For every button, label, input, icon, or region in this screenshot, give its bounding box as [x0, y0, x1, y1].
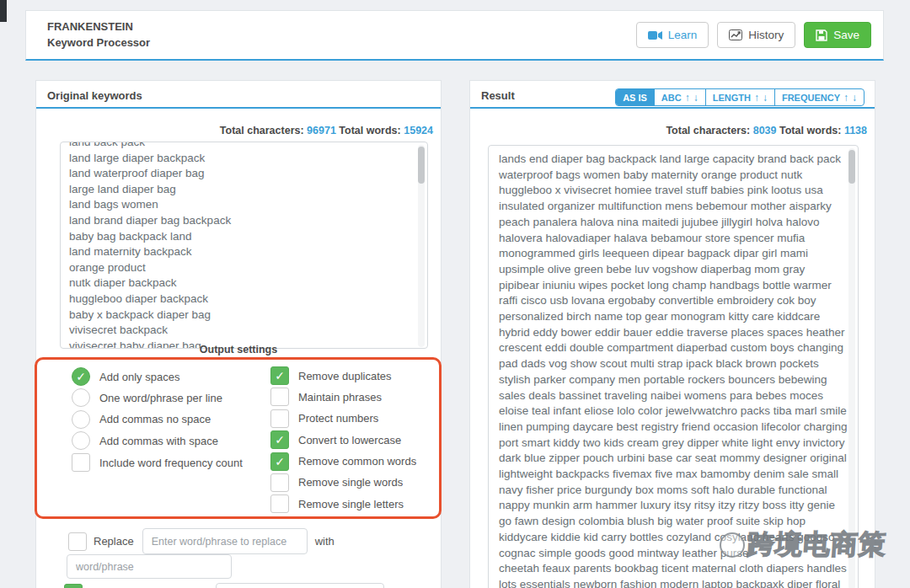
save-button[interactable]: Save: [804, 22, 871, 48]
option-row: ✓Remove common words: [270, 452, 416, 471]
sort-button-frequency[interactable]: FREQUENCY↑↓: [775, 89, 864, 105]
output-format-options: ✓Add only spacesOne word/phrase per line…: [72, 367, 243, 475]
option-row: One word/phrase per line: [72, 388, 243, 407]
app-title: FRANKENSTEIN: [47, 20, 133, 33]
result-line: cognac simple goods good mintway leather…: [499, 546, 836, 562]
sort-ascending-icon[interactable]: ↑: [754, 92, 759, 104]
checkbox-remove-single-words[interactable]: [270, 473, 289, 492]
sort-button-as-is[interactable]: AS IS: [616, 89, 655, 105]
result-textarea[interactable]: lands end diaper bag backpack land large…: [488, 145, 859, 588]
keyword-line: orange product: [69, 260, 407, 276]
option-row: Include word frequency count: [72, 453, 243, 472]
checkbox-protect-numbers[interactable]: [270, 409, 289, 428]
checkbox-maintain-phrases[interactable]: [270, 388, 289, 406]
option-row: Add commas no space: [72, 410, 243, 429]
option-label: Maintain phrases: [298, 391, 382, 404]
history-button[interactable]: History: [717, 22, 795, 48]
history-button-label: History: [748, 29, 784, 41]
keyword-line: nutk diaper backpack: [69, 275, 407, 291]
sort-descending-icon[interactable]: ↓: [852, 92, 857, 104]
result-line: personalized birch name top gear monogra…: [499, 309, 836, 325]
original-keywords-textarea[interactable]: land back packland large diaper backpack…: [60, 142, 428, 349]
panel-divider: [470, 107, 875, 109]
result-panel: Result AS ISABC↑↓LENGTH↑↓FREQUENCY↑↓ Tot…: [469, 80, 875, 588]
screen-corner-artifact: [0, 0, 7, 22]
option-row: Remove single words: [270, 473, 416, 492]
sort-button-abc[interactable]: ABC↑↓: [655, 89, 706, 105]
radio-add-commas-no-space[interactable]: [72, 410, 90, 429]
sort-ascending-icon[interactable]: ↑: [685, 92, 690, 104]
app-subtitle: Keyword Processor: [47, 36, 150, 49]
result-line: crescent eddi double compartment diaperb…: [499, 340, 836, 356]
keyword-line: land maternity backpack: [69, 244, 407, 260]
option-row: ✓Add only spaces: [72, 367, 243, 386]
output-filter-options: ✓Remove duplicatesMaintain phrasesProtec…: [270, 366, 416, 516]
learn-button[interactable]: Learn: [636, 22, 709, 48]
sort-button-label: FREQUENCY: [782, 93, 840, 103]
option-label: Convert to lowercase: [298, 434, 401, 446]
sort-button-length[interactable]: LENGTH↑↓: [706, 89, 775, 105]
keyword-line: huggleboo diaper backpack: [69, 291, 407, 307]
sort-ascending-icon[interactable]: ↑: [843, 92, 848, 104]
option-row: Maintain phrases: [270, 388, 416, 406]
result-line: dark blue zipper pouch urbini base car s…: [499, 451, 836, 467]
result-scrollbar-thumb[interactable]: [848, 150, 855, 184]
option-row: ✓Convert to lowercase: [270, 430, 416, 449]
replace-checkbox[interactable]: [68, 532, 87, 551]
option-label: One word/phrase per line: [99, 392, 222, 404]
option-label: Remove single letters: [298, 498, 404, 510]
result-line: kiddycare kiddie kid carry bottles cozyl…: [499, 530, 836, 546]
total-characters-label: Total characters:: [220, 125, 304, 136]
learn-button-label: Learn: [668, 29, 698, 41]
sort-descending-icon[interactable]: ↓: [693, 92, 699, 104]
result-line: nappy munkin arm hammer luxury itsy rits…: [499, 498, 836, 514]
result-line: insulated organizer multifunction mens b…: [499, 199, 836, 215]
panel-divider: [36, 107, 441, 109]
bottom-row-input[interactable]: [216, 583, 384, 588]
checkbox-convert-to-lowercase[interactable]: ✓: [270, 430, 289, 449]
radio-add-only-spaces[interactable]: ✓: [72, 367, 90, 386]
option-row: Protect numbers: [270, 409, 416, 428]
result-line: port smart kiddy two kids cream grey dip…: [499, 436, 836, 452]
result-line: lightweight backpacks fivemax five max b…: [499, 467, 836, 483]
replace-row: Replace with: [68, 528, 335, 554]
result-scrollbar[interactable]: [848, 148, 855, 588]
option-row: ✓Remove duplicates: [270, 366, 416, 385]
header-buttons: Learn History Save: [636, 22, 871, 48]
floppy-disk-icon: [816, 29, 827, 41]
checkbox-remove-duplicates[interactable]: ✓: [270, 366, 289, 385]
result-line: linen pumping daycare best registry frie…: [499, 420, 836, 436]
replace-with-input[interactable]: [67, 554, 232, 579]
keyword-line: land back pack: [69, 142, 407, 151]
total-characters-value: 8039: [753, 125, 777, 136]
radio-one-word-phrase-per-line[interactable]: [72, 388, 90, 407]
result-line: peach panalera halova nina maitedi jujub…: [499, 215, 836, 231]
option-label: Remove single words: [298, 476, 403, 489]
result-line: monogrammed girls leequeen dipear bagpac…: [499, 246, 836, 262]
sort-button-label: AS IS: [623, 93, 647, 103]
result-sort-buttons: AS ISABC↑↓LENGTH↑↓FREQUENCY↑↓: [615, 88, 864, 106]
keyword-line: land brand diaper bag backpack: [69, 213, 407, 229]
keywords-scrollbar-thumb[interactable]: [418, 147, 425, 184]
result-line: lots essentials newborn fashion modern l…: [499, 577, 836, 588]
keyword-line: land bags women: [69, 197, 407, 213]
checkbox-remove-common-words[interactable]: ✓: [270, 452, 289, 471]
total-words-value: 1138: [844, 125, 867, 136]
find-word-input[interactable]: [142, 528, 308, 554]
keyword-line: land large diaper backpack: [69, 151, 407, 167]
checkbox-include-word-frequency-count[interactable]: [72, 453, 90, 472]
keywords-scrollbar[interactable]: [418, 145, 425, 347]
result-line: huggleboo x vivisecret homiee travel stu…: [499, 183, 836, 199]
result-line: waterproof bags women baby maternity ora…: [499, 168, 836, 184]
option-label: Add only spaces: [99, 371, 179, 383]
checkbox-remove-single-letters[interactable]: [270, 494, 289, 513]
result-line: eloise teal infant eliose lolo color jew…: [499, 404, 836, 420]
result-line: navy fisher price burgundy box moms soft…: [499, 483, 836, 499]
radio-add-commas-with-space[interactable]: [72, 431, 90, 450]
bottom-row-checkbox[interactable]: ✓: [64, 584, 83, 588]
option-label: Include word frequency count: [99, 457, 243, 469]
option-label: Remove duplicates: [298, 370, 392, 382]
result-line: hybrid eddy bower eddir bauer eddie trav…: [499, 325, 836, 341]
sort-descending-icon[interactable]: ↓: [763, 92, 768, 104]
result-line: pad dads vog show scout multi strap ipac…: [499, 356, 836, 372]
